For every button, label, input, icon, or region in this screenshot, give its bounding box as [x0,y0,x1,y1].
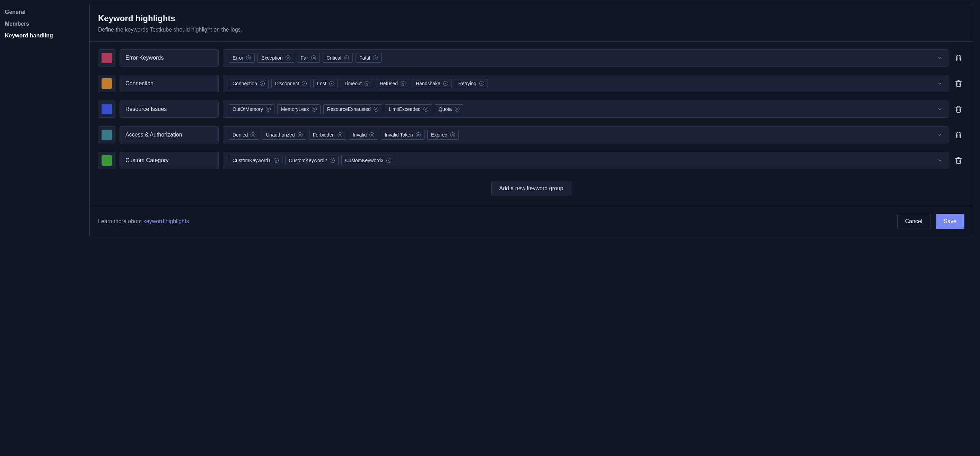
remove-tag-icon[interactable] [369,132,374,137]
remove-tag-icon[interactable] [401,81,406,86]
group-name-input[interactable]: Custom Category [119,152,219,169]
save-button[interactable]: Save [936,214,964,229]
card-header: Keyword highlights Define the keywords T… [90,3,973,41]
remove-tag-icon[interactable] [387,158,391,163]
remove-tag-icon[interactable] [423,107,428,111]
add-group-button[interactable]: Add a new keyword group [492,181,571,196]
remove-tag-icon[interactable] [364,81,369,86]
keyword-group-row: ConnectionConnectionDisconnectLostTimeou… [98,75,964,92]
keyword-tag-label: Forbidden [313,132,335,138]
sidebar-item-keyword-handling[interactable]: Keyword handling [5,30,84,41]
remove-tag-icon[interactable] [337,132,342,137]
keyword-tag-label: Timeout [344,81,362,86]
color-swatch [102,78,112,89]
keywords-input[interactable]: DeniedUnauthorizedForbiddenInvalidInvali… [223,126,948,143]
learn-more-text: Learn more about keyword highlights [98,218,189,224]
color-picker[interactable] [98,152,115,169]
group-name-input[interactable]: Error Keywords [119,49,219,67]
remove-tag-icon[interactable] [251,132,255,137]
tags-wrap: DeniedUnauthorizedForbiddenInvalidInvali… [229,127,459,143]
keywords-input[interactable]: ErrorExceptionFailCriticalFatal [223,49,948,67]
remove-tag-icon[interactable] [302,81,307,86]
remove-tag-icon[interactable] [246,56,251,60]
cancel-button[interactable]: Cancel [897,214,931,229]
keyword-tag: LimitExceeded [385,104,432,114]
remove-tag-icon[interactable] [373,56,378,60]
delete-group-button[interactable] [953,152,964,169]
keyword-tag-label: LimitExceeded [389,106,421,112]
chevron-down-icon[interactable] [937,132,943,138]
remove-tag-icon[interactable] [298,132,302,137]
keyword-tag: ResourceExhausted [323,104,382,114]
keyword-tag-label: Disconnect [275,81,299,86]
keyword-highlights-card: Keyword highlights Define the keywords T… [89,3,973,237]
color-picker[interactable] [98,126,115,143]
keyword-tag-label: MemoryLeak [281,106,309,112]
remove-tag-icon[interactable] [455,107,460,111]
color-picker[interactable] [98,49,115,67]
tags-wrap: CustomKeyword1CustomKeyword2CustomKeywor… [229,153,395,168]
color-picker[interactable] [98,100,115,118]
keyword-tag: Fatal [356,53,382,63]
color-picker[interactable] [98,75,115,92]
remove-tag-icon[interactable] [450,132,455,137]
remove-tag-icon[interactable] [329,81,334,86]
remove-tag-icon[interactable] [330,158,335,163]
remove-tag-icon[interactable] [311,56,316,60]
remove-tag-icon[interactable] [443,81,448,86]
chevron-down-icon[interactable] [937,81,943,86]
keywords-input[interactable]: CustomKeyword1CustomKeyword2CustomKeywor… [223,152,948,169]
delete-group-button[interactable] [953,49,964,67]
keywords-input[interactable]: ConnectionDisconnectLostTimeoutRefusedHa… [223,75,948,92]
color-swatch [102,155,112,166]
remove-tag-icon[interactable] [416,132,421,137]
group-name-input[interactable]: Access & Authorization [119,126,219,143]
keyword-tag: Handshake [412,79,452,88]
remove-tag-icon[interactable] [344,56,349,60]
delete-group-button[interactable] [953,126,964,143]
page-subtitle: Define the keywords Testkube should high… [98,27,964,33]
remove-tag-icon[interactable] [286,56,290,60]
group-name-input[interactable]: Connection [119,75,219,92]
keyword-tag: Quota [435,104,463,114]
keywords-input[interactable]: OutOfMemoryMemoryLeakResourceExhaustedLi… [223,100,948,118]
remove-tag-icon[interactable] [266,107,270,111]
remove-tag-icon[interactable] [260,81,265,86]
keyword-tag: Expired [427,130,459,140]
keyword-tag-label: Exception [261,55,282,60]
keyword-tag-label: Critical [326,55,341,60]
learn-more-link[interactable]: keyword highlights [143,218,189,224]
chevron-down-icon[interactable] [937,55,943,60]
remove-tag-icon[interactable] [479,81,484,86]
chevron-down-icon[interactable] [937,106,943,112]
footer-buttons: Cancel Save [897,214,964,229]
sidebar-item-members[interactable]: Members [5,18,84,30]
keyword-group-row: Custom CategoryCustomKeyword1CustomKeywo… [98,152,964,169]
keyword-tag-label: Handshake [416,81,441,86]
keyword-tag-label: OutOfMemory [232,106,263,112]
remove-tag-icon[interactable] [274,158,278,163]
keyword-tag: Error [229,53,255,63]
keyword-tag: Invalid Token [381,130,424,140]
sidebar-item-general[interactable]: General [5,6,84,18]
keyword-tag-label: CustomKeyword3 [345,158,383,163]
chevron-down-icon[interactable] [937,158,943,163]
keyword-tag-label: Invalid Token [385,132,413,138]
group-name-input[interactable]: Resource Issues [119,100,219,118]
delete-group-button[interactable] [953,100,964,118]
delete-group-button[interactable] [953,75,964,92]
keyword-tag-label: Unauthorized [266,132,294,138]
keyword-group-row: Error KeywordsErrorExceptionFailCritical… [98,49,964,67]
keyword-tag: Fail [297,53,320,63]
keyword-tag: Disconnect [271,79,310,88]
remove-tag-icon[interactable] [374,107,379,111]
remove-tag-icon[interactable] [312,107,317,111]
page-title: Keyword highlights [98,14,964,23]
color-swatch [102,104,112,114]
keyword-tag: Forbidden [309,130,346,140]
keyword-tag-label: CustomKeyword1 [232,158,271,163]
keyword-tag-label: Connection [232,81,257,86]
keyword-tag: CustomKeyword1 [229,156,282,165]
keyword-tag-label: Invalid [353,132,367,138]
color-swatch [102,52,112,63]
